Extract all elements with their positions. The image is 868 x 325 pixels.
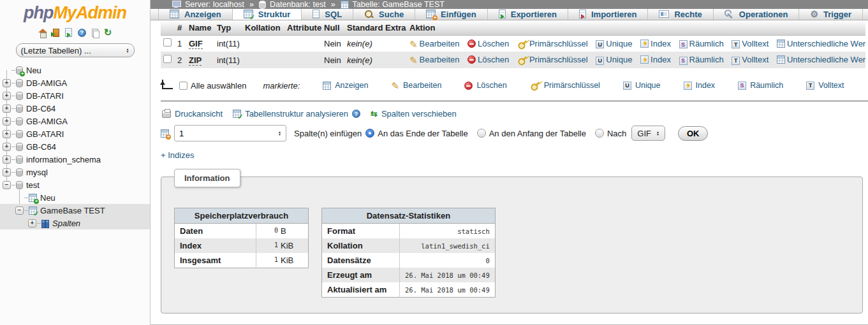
expand-icon[interactable]: +	[3, 130, 11, 138]
tab-struktur[interactable]: Struktur	[233, 9, 302, 20]
tab-exportieren[interactable]: Exportieren	[488, 9, 568, 20]
tree-item-gamebase-test[interactable]: − GameBase TEST	[0, 204, 150, 217]
collapse-icon[interactable]: −	[3, 181, 11, 189]
selected-edit-link[interactable]: ✎Bearbeiten	[391, 81, 441, 90]
tree-item-test[interactable]: − test	[0, 178, 150, 191]
recent-tables-select[interactable]: (Letzte Tabellen) ... ▲▼	[16, 43, 135, 57]
logout-icon[interactable]	[53, 29, 59, 37]
tree-item-new-table[interactable]: Neu	[0, 191, 150, 204]
print-view-link[interactable]: Druckansicht	[175, 109, 223, 119]
table-icon	[777, 40, 785, 48]
tree-item-spalten[interactable]: + Spalten	[0, 217, 150, 229]
analyze-structure-link[interactable]: Tabellenstruktur analysieren	[245, 109, 348, 119]
check-all-label[interactable]: Alle auswählen	[191, 81, 246, 90]
selected-browse-link[interactable]: Anzeigen	[323, 81, 368, 90]
collapse-icon[interactable]: −	[15, 206, 24, 215]
fulltext-link[interactable]: TVolltext	[732, 39, 769, 48]
breadcrumb-table-link[interactable]: Tabelle: GameBase TEST	[353, 0, 445, 9]
selected-fulltext-link[interactable]: TVolltext	[806, 81, 844, 90]
home-icon[interactable]	[38, 29, 47, 37]
column-count-input-wrap: ▲▼	[174, 125, 286, 141]
fulltext-link[interactable]: TVolltext	[732, 55, 769, 64]
selected-drop-link[interactable]: Löschen	[464, 81, 506, 90]
tab-operationen[interactable]: Operationen	[714, 9, 800, 20]
drop-column-link[interactable]: Löschen	[467, 39, 509, 48]
tree-item-new-database[interactable]: Neu	[0, 64, 150, 76]
ok-button[interactable]: OK	[678, 126, 709, 141]
distinct-values-link[interactable]: Unterschiedliche Werte	[777, 55, 865, 64]
privileges-icon	[659, 10, 669, 18]
breadcrumb-server-link[interactable]: Server: localhost	[185, 0, 244, 9]
sql-window-icon[interactable]	[65, 28, 72, 37]
expand-icon[interactable]: +	[3, 92, 11, 100]
after-column-select[interactable]: GIF ▲▼	[631, 126, 665, 141]
tab-importieren[interactable]: Importieren	[568, 9, 649, 20]
tab-suche[interactable]: Suche	[353, 9, 415, 20]
expand-icon[interactable]: +	[3, 143, 11, 151]
tab-trigger[interactable]: ⚙Trigger	[799, 9, 863, 20]
tab-sql[interactable]: SQL	[302, 9, 353, 20]
table-row: Datensätze 0	[322, 253, 496, 268]
information-fieldset: Information Speicherplatzverbrauch Daten…	[161, 177, 863, 314]
radio-after[interactable]	[595, 129, 604, 138]
edit-column-link[interactable]: ✎Bearbeiten	[409, 39, 459, 48]
number-stepper-icon[interactable]: ▲▼	[278, 131, 281, 136]
tree-item-mysql[interactable]: + mysql	[0, 166, 150, 178]
expand-icon[interactable]: +	[3, 117, 11, 126]
phpmyadmin-logo[interactable]: phpMyAdmin	[0, 4, 150, 22]
tab-rechte[interactable]: Rechte	[648, 9, 713, 20]
space-usage-table: Speicherplatzverbrauch Daten 0B Index 1K…	[174, 208, 309, 268]
selected-spatial-link[interactable]: SRäumlich	[738, 81, 783, 90]
tree-item-db-atari[interactable]: + DB-ATARI	[0, 89, 150, 102]
key-icon	[516, 38, 529, 50]
browse-icon	[170, 10, 179, 18]
tab-einfuegen[interactable]: Einfügen	[415, 9, 488, 20]
col-header-collation: Kollation	[242, 20, 284, 36]
unique-link[interactable]: UUnique	[596, 39, 632, 48]
radio-after-label[interactable]: Nach	[607, 129, 626, 138]
tree-item-gb-c64[interactable]: + GB-C64	[0, 140, 150, 153]
expand-icon[interactable]: +	[3, 155, 11, 164]
move-columns-link[interactable]: Spalten verschieben	[381, 109, 457, 119]
index-link[interactable]: Index	[640, 39, 671, 48]
indexes-toggle-link[interactable]: + Indizes	[161, 150, 194, 160]
radio-at-end[interactable]	[365, 129, 374, 138]
column-count-input[interactable]	[179, 129, 256, 138]
refresh-icon[interactable]: ↻	[104, 28, 112, 37]
tree-item-information-schema[interactable]: + information_schema	[0, 153, 150, 166]
primary-key-link[interactable]: Primärschlüssel	[517, 39, 588, 48]
index-link[interactable]: Index	[640, 55, 671, 64]
selected-index-link[interactable]: Index	[684, 81, 716, 90]
edit-column-link[interactable]: ✎Bearbeiten	[409, 55, 459, 64]
expand-icon[interactable]: +	[3, 168, 11, 177]
tree-item-gb-amiga[interactable]: + GB-AMIGA	[0, 115, 150, 127]
row-checkbox[interactable]	[163, 38, 172, 47]
primary-key-link[interactable]: Primärschlüssel	[517, 55, 588, 64]
unique-link[interactable]: UUnique	[596, 55, 632, 64]
radio-at-begin-label[interactable]: An den Anfang der Tabelle	[489, 129, 586, 138]
tab-anzeigen[interactable]: Anzeigen	[158, 9, 233, 20]
tree-item-db-c64[interactable]: + DB-C64	[0, 102, 150, 115]
breadcrumb-database-link[interactable]: Datenbank: test	[270, 0, 326, 9]
database-icon	[259, 1, 266, 9]
drop-column-link[interactable]: Löschen	[467, 55, 509, 64]
help-icon[interactable]: ?	[352, 110, 360, 118]
check-all-checkbox[interactable]	[179, 82, 188, 90]
expand-icon[interactable]: +	[28, 219, 36, 227]
radio-at-begin[interactable]	[477, 129, 486, 138]
spatial-link[interactable]: SRäumlich	[679, 39, 724, 48]
tree-item-db-amiga[interactable]: + DB-AMIGA	[0, 76, 150, 89]
help-icon[interactable]: ?	[78, 29, 86, 37]
selected-unique-link[interactable]: UUnique	[623, 81, 661, 90]
expand-icon[interactable]: +	[3, 79, 11, 87]
row-checkbox[interactable]	[163, 55, 172, 63]
tree-item-gb-atari[interactable]: + GB-ATARI	[0, 127, 150, 140]
selected-primary-link[interactable]: Primärschlüssel	[530, 81, 600, 90]
distinct-values-link[interactable]: Unterschiedliche Werte	[777, 39, 865, 48]
radio-at-end-label[interactable]: An das Ende der Tabelle	[378, 129, 467, 138]
space-usage-title: Speicherplatzverbrauch	[175, 208, 309, 224]
expand-icon[interactable]: +	[3, 105, 11, 113]
navigation-sidebar: phpMyAdmin ? ↻ (Letzte Tabellen) ... ▲▼ …	[0, 0, 151, 325]
spatial-link[interactable]: SRäumlich	[679, 55, 724, 64]
documentation-icon[interactable]	[92, 29, 98, 37]
